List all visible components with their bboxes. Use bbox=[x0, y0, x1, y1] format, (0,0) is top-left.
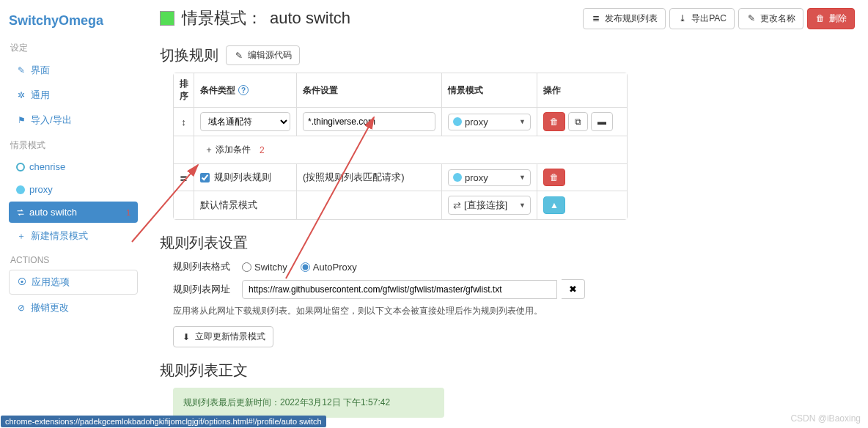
ban-icon: ⊘ bbox=[16, 303, 26, 313]
nav-general-label: 通用 bbox=[31, 89, 50, 102]
format-switchy-radio[interactable]: Switchy bbox=[242, 262, 287, 273]
section-rulelist: 规则列表设置 bbox=[160, 233, 855, 253]
rulelist-url-clear-button[interactable]: ✖ bbox=[562, 279, 585, 299]
nav-profile-chenrise[interactable]: chenrise bbox=[9, 156, 138, 177]
list-icon: ≣ bbox=[174, 164, 194, 191]
code-icon: ✎ bbox=[234, 51, 244, 61]
col-actions: 操作 bbox=[537, 73, 627, 107]
rule-row-rulelist: ≣ 规则列表规则 (按照规则列表匹配请求) proxy ▼ 🗑 bbox=[174, 164, 627, 191]
nav-import-export[interactable]: ⚑ 导入/导出 bbox=[9, 108, 138, 132]
default-profile-select[interactable]: ⇄ [直接连接] ▼ bbox=[448, 196, 531, 215]
rulelist-profile-select[interactable]: proxy ▼ bbox=[448, 169, 531, 186]
nav-undo[interactable]: ⊘ 撤销更改 bbox=[9, 296, 138, 320]
add-condition-button[interactable]: ＋ 添加条件 bbox=[200, 141, 255, 159]
rulelist-format-label: 规则列表格式 bbox=[173, 260, 232, 273]
help-icon[interactable]: ? bbox=[238, 85, 249, 95]
format-autoproxy-label: AutoProxy bbox=[313, 262, 357, 273]
profile-ring-icon bbox=[16, 163, 25, 171]
rule-row-add: ＋ 添加条件 2 bbox=[174, 136, 627, 164]
brand-title: SwitchyOmega bbox=[9, 13, 138, 29]
rule-type-select[interactable]: 域名通配符 bbox=[200, 112, 290, 131]
direct-icon: ⇄ bbox=[453, 200, 461, 211]
profile-fill-icon bbox=[453, 117, 462, 126]
rule-profile-select[interactable]: proxy ▼ bbox=[448, 114, 531, 130]
nav-new-profile[interactable]: ＋ 新建情景模式 bbox=[9, 224, 138, 248]
rulelist-cond-text: (按照规则列表匹配请求) bbox=[297, 164, 442, 191]
section-switch-rules: 切换规则 ✎ 编辑源代码 bbox=[160, 45, 855, 65]
rulelist-format-row: 规则列表格式 Switchy AutoProxy bbox=[173, 260, 855, 273]
sort-handle[interactable]: ↕ bbox=[174, 108, 194, 136]
format-switchy-label: Switchy bbox=[254, 262, 287, 273]
trash-icon: 🗑 bbox=[550, 172, 559, 182]
sidebar: SwitchyOmega 设定 ✎ 界面 ✲ 通用 ⚑ 导入/导出 情景模式 c… bbox=[0, 0, 147, 428]
page-title-name: auto switch bbox=[270, 9, 350, 28]
rulelist-checkbox[interactable] bbox=[200, 173, 210, 182]
rulelist-delete-button[interactable]: 🗑 bbox=[543, 169, 565, 186]
ok-icon: ⦿ bbox=[17, 277, 27, 287]
col-profile: 情景模式 bbox=[442, 73, 537, 107]
edit-source-label: 编辑源代码 bbox=[248, 49, 292, 62]
nav-interface[interactable]: ✎ 界面 bbox=[9, 59, 138, 82]
rulelist-hint: 应用将从此网址下载规则列表。如果网址留空，则以下文本会被直接处理后作为规则列表使… bbox=[173, 305, 855, 317]
export-pac-label: 导出PAC bbox=[691, 12, 727, 25]
switch-icon bbox=[16, 208, 25, 217]
copy-icon: ⧉ bbox=[575, 117, 581, 127]
delete-button[interactable]: 🗑 删除 bbox=[807, 8, 855, 29]
chevron-down-icon: ▼ bbox=[519, 202, 526, 209]
rule-note-button[interactable]: ▬ bbox=[591, 112, 613, 131]
rule-copy-button[interactable]: ⧉ bbox=[568, 112, 588, 131]
page-title-prefix: 情景模式： bbox=[182, 7, 262, 29]
arrow-up-icon: ▲ bbox=[550, 200, 559, 210]
update-profile-label: 立即更新情景模式 bbox=[195, 331, 265, 343]
list-icon: ≣ bbox=[591, 13, 601, 23]
nav-profile-proxy[interactable]: proxy bbox=[9, 179, 138, 200]
trash-icon: 🗑 bbox=[815, 13, 825, 23]
nav-undo-label: 撤销更改 bbox=[31, 301, 69, 314]
status-bar: chrome-extensions://padekgcemlokbadohgki… bbox=[1, 416, 326, 427]
rule-profile-label: proxy bbox=[465, 117, 488, 128]
note-icon: ▬ bbox=[597, 117, 606, 127]
default-row-label: 默认情景模式 bbox=[194, 191, 297, 219]
nav-apply-label: 应用选项 bbox=[32, 276, 70, 289]
publish-rules-label: 发布规则列表 bbox=[605, 12, 658, 25]
nav-profile-autoswitch[interactable]: auto switch 1 bbox=[9, 202, 138, 223]
profile-color-swatch[interactable] bbox=[160, 11, 174, 26]
edit-source-button[interactable]: ✎ 编辑源代码 bbox=[226, 45, 300, 65]
export-pac-button[interactable]: ⤓ 导出PAC bbox=[669, 8, 735, 29]
rule-cond-input[interactable] bbox=[303, 112, 435, 131]
nav-profile-chenrise-label: chenrise bbox=[29, 161, 65, 172]
delete-label: 删除 bbox=[829, 12, 847, 25]
rules-table-header: 排序 条件类型 ? 条件设置 情景模式 操作 bbox=[174, 73, 627, 108]
nav-new-profile-label: 新建情景模式 bbox=[31, 229, 88, 243]
rulelist-url-input[interactable] bbox=[242, 280, 557, 299]
nav-apply[interactable]: ⦿ 应用选项 bbox=[9, 270, 138, 295]
trash-icon: 🗑 bbox=[550, 117, 559, 127]
rule-row: ↕ 域名通配符 proxy ▼ bbox=[174, 108, 627, 136]
main-panel: 情景模式： auto switch ≣ 发布规则列表 ⤓ 导出PAC ✎ 更改名… bbox=[147, 0, 868, 428]
rules-table: 排序 条件类型 ? 条件设置 情景模式 操作 ↕ 域名通配符 bbox=[173, 73, 628, 220]
nav-interface-label: 界面 bbox=[31, 64, 50, 77]
download-icon: ⤓ bbox=[677, 13, 688, 23]
rulelist-url-label: 规则列表网址 bbox=[173, 283, 232, 296]
page-title: 情景模式： auto switch bbox=[160, 7, 350, 29]
nav-header-settings: 设定 bbox=[10, 42, 138, 54]
default-up-button[interactable]: ▲ bbox=[543, 196, 565, 214]
col-type: 条件类型 ? bbox=[194, 73, 297, 107]
add-badge: 2 bbox=[260, 145, 265, 155]
nav-general[interactable]: ✲ 通用 bbox=[9, 84, 138, 107]
rulelist-url-row: 规则列表网址 ✖ bbox=[173, 279, 855, 299]
chevron-down-icon: ▼ bbox=[519, 174, 526, 181]
nav-profile-autoswitch-label: auto switch bbox=[29, 207, 77, 218]
nav-badge: 1 bbox=[126, 208, 130, 217]
flag-icon: ⚑ bbox=[16, 115, 26, 125]
rename-button[interactable]: ✎ 更改名称 bbox=[738, 8, 803, 29]
plus-icon: ＋ bbox=[205, 144, 213, 156]
rule-delete-button[interactable]: 🗑 bbox=[543, 112, 565, 131]
download-icon: ⬇ bbox=[181, 332, 191, 342]
last-update-alert: 规则列表最后更新时间：2022年3月12日 下午1:57:42 bbox=[173, 388, 444, 418]
rule-row-default: 默认情景模式 ⇄ [直接连接] ▼ ▲ bbox=[174, 191, 627, 219]
update-profile-button[interactable]: ⬇ 立即更新情景模式 bbox=[173, 326, 273, 347]
format-autoproxy-radio[interactable]: AutoProxy bbox=[301, 262, 357, 273]
publish-rules-button[interactable]: ≣ 发布规则列表 bbox=[583, 8, 666, 29]
gear-icon: ✲ bbox=[16, 90, 26, 100]
